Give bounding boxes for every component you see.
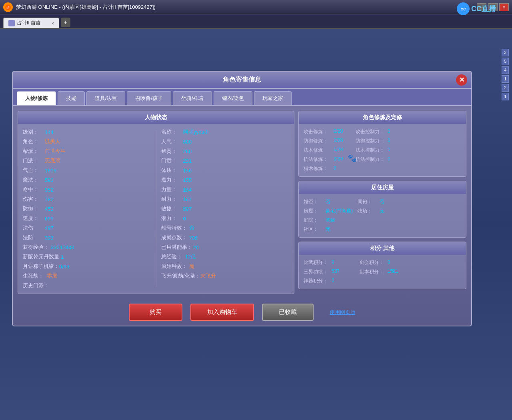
char-exp: 获得经验： 33547833 [23, 242, 151, 252]
character-state-data: 级别： 144 角色： 狐美人 帮派： 前世今生 门派： [18, 124, 294, 294]
char-left-col: 级别： 144 角色： 狐美人 帮派： 前世今生 门派： [18, 127, 156, 290]
dungeon-score-val: 1581 [388, 268, 398, 275]
char-potential: 潜力： 0 [161, 214, 290, 223]
side-num-4: 4 [502, 66, 509, 74]
right-panel: 角色修炼及宠修 攻击修炼： 0/20 攻击控制力： 0 防御修炼： 2/20 防… [298, 111, 466, 294]
scores-row-2: 三界功绩： 537 副本积分： 1581 [304, 267, 461, 276]
cursor-icon: 🐾 [348, 154, 356, 163]
tab-close-button[interactable]: × [52, 21, 54, 26]
tab-mounts[interactable]: 坐骑/祥瑞 [173, 91, 212, 105]
char-popularity: 人气： 800 [161, 137, 290, 146]
webpage-link[interactable]: 使用网页版 [330, 309, 356, 316]
buddy-label: 同袍： [358, 198, 380, 205]
character-state-panel: 人物状态 级别： 144 角色： 狐美人 帮派： [18, 111, 294, 294]
resist-ctrl-val: 0 [388, 156, 390, 163]
cc-logo: CC CC直播 [457, 2, 496, 15]
char-damage: 伤害： 782 [23, 194, 151, 204]
cultivation-data: 攻击修炼： 0/20 攻击控制力： 0 防御修炼： 2/20 防御控制力： 0 [299, 124, 466, 176]
svg-text:游: 游 [6, 6, 10, 10]
scores-row-1: 比武积分： 0 剑会积分： 0 [304, 258, 461, 267]
side-num-1: 1 [502, 75, 509, 83]
char-strength: 力量： 184 [161, 185, 290, 194]
char-potential-used: 已用潜能果： 20 [161, 242, 290, 252]
side-decorations: 3 5 4 1 2 1 [502, 49, 509, 100]
tab-costumes[interactable]: 锦衣/染色 [214, 91, 253, 105]
cultivation-section: 角色修炼及宠修 攻击修炼： 0/20 攻击控制力： 0 防御修炼： 2/20 防… [298, 111, 466, 177]
browser-tab[interactable]: 占计II 苗苗 × [3, 18, 59, 28]
community-label: 社区： [304, 226, 326, 233]
cultivation-row-2: 防御修炼： 2/20 防御控制力： 0 [304, 136, 461, 146]
cultivation-row-4: 抗法修炼： 2/20 🐾 抗法控制力： 0 [304, 155, 461, 164]
three-realm-val: 537 [332, 268, 360, 275]
dialog-close-button[interactable]: ✕ [456, 74, 467, 86]
char-name: 名称： 阿明yyds③ [161, 127, 290, 137]
scores-header: 积分 其他 [299, 242, 466, 255]
side-num-2: 2 [502, 84, 509, 92]
side-num-3: 3 [502, 49, 509, 56]
scores-row-3: 神器积分： 0 [304, 276, 461, 286]
char-guild: 帮派： 前世今生 [23, 146, 151, 156]
char-magic-def: 法防 393 [23, 233, 151, 242]
def-train-val: 2/20 [334, 138, 356, 144]
bottom-area: 购买 加入购物车 已收藏 使用网页版 [13, 299, 471, 326]
housing-data: 婚否： 否 同袍： 否 房屋： 豪宅(带阁楼) 牧场： 无 庭院： [299, 194, 466, 237]
dungeon-score-label: 副本积分： [360, 268, 388, 275]
cultivation-row-5: 猎术修炼： 0 [304, 164, 461, 173]
char-mp: 魔法： 593 [23, 175, 151, 185]
char-vip-effect: 靓号特效： 否 [161, 223, 290, 233]
sword-score-label: 剑会积分： [360, 259, 388, 266]
svg-text:CC: CC [461, 7, 466, 11]
atk-ctrl-val: 0 [388, 128, 390, 135]
side-num-5: 5 [502, 58, 509, 65]
housing-row-2: 房屋： 豪宅(带阁楼) 牧场： 无 [304, 206, 461, 216]
char-sect-contrib: 门贡： 231 [161, 156, 290, 166]
dialog-content: 人物状态 级别： 144 角色： 狐美人 帮派： [13, 106, 471, 299]
tab-items[interactable]: 道具/法宝 [86, 91, 126, 105]
cc-icon: CC [457, 2, 470, 15]
atk-ctrl-label: 攻击控制力： [356, 128, 388, 135]
char-constitution: 体质： 156 [161, 166, 290, 175]
char-ascension: 飞升/渡劫/化圣： 未飞升 [161, 271, 290, 281]
tab-skills[interactable]: 技能 [58, 91, 85, 105]
new-tab-button[interactable]: + [61, 18, 70, 27]
nav-tabs: 人物/修炼 技能 道具/法宝 召唤兽/孩子 坐骑/祥瑞 锦衣/染色 玩家之家 [13, 89, 471, 106]
def-train-label: 防御修炼： [304, 138, 334, 144]
housing-section: 居住房屋 婚否： 否 同袍： 否 房屋： 豪宅(带阁楼) 牧场： 无 [298, 181, 466, 238]
char-guild-contrib: 帮贡： 260 [161, 146, 290, 156]
sword-score-val: 0 [388, 259, 390, 266]
scores-data: 比武积分： 0 剑会积分： 0 三界功绩： 537 副本积分： 1581 [299, 255, 466, 289]
collect-button[interactable]: 已收藏 [262, 304, 314, 321]
tab-character[interactable]: 人物/修炼 [17, 91, 56, 105]
char-right-col: 名称： 阿明yyds③ 人气： 800 帮贡： 260 门贡： [156, 127, 294, 290]
resist-ctrl-label: 抗法控制力： [356, 156, 388, 163]
window-close-button[interactable]: × [499, 3, 509, 11]
char-pills: 新版乾元丹数量 1 [23, 252, 151, 262]
char-hit: 命中： 952 [23, 185, 151, 194]
three-realm-label: 三界功绩： [304, 268, 332, 275]
side-num-1b: 1 [502, 93, 509, 100]
community-val: 无 [326, 226, 330, 233]
window-title: 梦幻西游 ONLINE - (内蒙区[雄鹰岭] - 占计II 苗苗[100924… [16, 4, 477, 11]
tab-avatar [8, 20, 15, 26]
add-to-cart-button[interactable]: 加入购物车 [190, 304, 254, 321]
app-icon: 游 [3, 2, 13, 12]
cc-logo-text: CC直播 [471, 4, 496, 14]
char-history-sect: 历史门派： [23, 281, 151, 290]
char-achievement: 成就点数： 798 [161, 233, 290, 242]
char-magic-dmg: 法伤 497 [23, 223, 151, 233]
char-mana: 魔力： 155 [161, 175, 290, 185]
magic-ctrl-label: 法术控制力： [356, 147, 388, 154]
char-hp: 气血： 1616 [23, 166, 151, 175]
housing-row-4: 社区： 无 [304, 225, 461, 234]
married-val: 否 [326, 198, 358, 205]
cultivation-row-1: 攻击修炼： 0/20 攻击控制力： 0 [304, 127, 461, 136]
char-agility: 敏捷： 897 [161, 204, 290, 214]
character-info-dialog: 角色寄售信息 ✕ 人物/修炼 技能 道具/法宝 召唤兽/孩子 坐骑/祥瑞 锦衣/… [12, 71, 472, 326]
housing-row-1: 婚否： 否 同袍： 否 [304, 197, 461, 206]
buy-button[interactable]: 购买 [129, 304, 182, 321]
artifact-score-val: 0 [332, 278, 334, 284]
tab-home[interactable]: 玩家之家 [254, 91, 292, 105]
tab-summons[interactable]: 召唤兽/孩子 [127, 91, 171, 105]
char-speed: 速度： 699 [23, 214, 151, 223]
house-val: 豪宅(带阁楼) [326, 208, 358, 214]
